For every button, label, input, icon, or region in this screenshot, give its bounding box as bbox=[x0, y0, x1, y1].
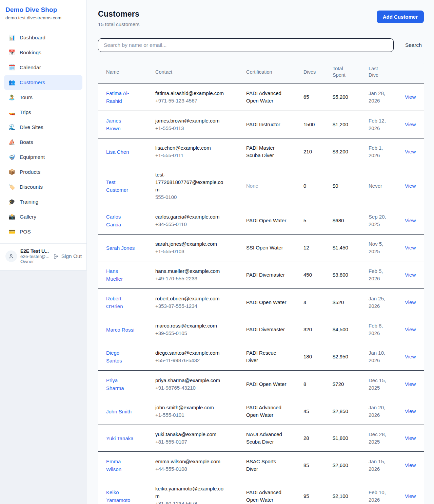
customer-name-link[interactable]: Yuki Tanaka bbox=[106, 434, 134, 442]
customer-phone: +353-87-555-1234 bbox=[155, 302, 243, 310]
view-customer-link[interactable]: View bbox=[405, 94, 416, 100]
customer-total-spent: $3,800 bbox=[333, 261, 369, 289]
trips-icon: 🚤 bbox=[8, 108, 16, 116]
sidebar-item-equipment[interactable]: 🤿 Equipment bbox=[4, 150, 82, 165]
view-customer-link[interactable]: View bbox=[405, 122, 416, 127]
customer-name-link[interactable]: Robert O'Brien bbox=[106, 295, 135, 310]
customer-name-link[interactable]: Priya Sharma bbox=[106, 376, 135, 392]
sidebar-item-dive-sites[interactable]: 🌊 Dive Sites bbox=[4, 120, 82, 135]
view-customer-link[interactable]: View bbox=[405, 326, 416, 332]
gallery-icon: 📸 bbox=[8, 213, 16, 221]
sidebar-item-calendar[interactable]: 🗓️ Calendar bbox=[4, 60, 82, 75]
sidebar-item-discounts[interactable]: 🏷️ Discounts bbox=[4, 180, 82, 194]
customer-certification: NAUI Advanced Scuba Diver bbox=[246, 431, 287, 446]
customer-phone: +1-555-0101 bbox=[155, 411, 243, 419]
search-input[interactable] bbox=[98, 38, 394, 52]
sidebar: Demo Dive Shop demo.test.divestreams.com… bbox=[0, 0, 87, 270]
search-button[interactable]: Search bbox=[400, 39, 424, 51]
customer-name-link[interactable]: Hans Mueller bbox=[106, 267, 135, 283]
sidebar-item-dashboard[interactable]: 📊 Dashboard bbox=[4, 30, 82, 45]
customer-name-link[interactable]: James Brown bbox=[106, 117, 135, 132]
table-row: Keiko Yamamoto keiko.yamamoto@example.co… bbox=[98, 479, 424, 504]
customer-count: 15 total customers bbox=[98, 21, 140, 27]
view-customer-link[interactable]: View bbox=[405, 462, 416, 468]
view-customer-link[interactable]: View bbox=[405, 381, 416, 387]
view-customer-link[interactable]: View bbox=[405, 354, 416, 359]
view-customer-link[interactable]: View bbox=[405, 149, 416, 154]
sidebar-item-customers[interactable]: 👥 Customers bbox=[4, 75, 82, 90]
view-customer-link[interactable]: View bbox=[405, 245, 416, 250]
customer-phone: +39-555-0105 bbox=[155, 330, 243, 337]
customer-total-spent: $2,100 bbox=[333, 479, 369, 504]
sidebar-item-training[interactable]: 🎓 Training bbox=[4, 194, 82, 209]
customer-phone: +34-555-0110 bbox=[155, 221, 243, 228]
sidebar-item-pos[interactable]: 💳 POS bbox=[4, 224, 82, 239]
customer-name-link[interactable]: Carlos Garcia bbox=[106, 213, 135, 228]
customer-email: sarah.jones@example.com bbox=[155, 240, 225, 248]
customer-last-dive: Dec 15, 2025 bbox=[369, 377, 388, 392]
customer-name-link[interactable]: Diego Santos bbox=[106, 349, 135, 365]
customer-name-link[interactable]: Fatima Al-Rashid bbox=[106, 89, 135, 105]
page-header-text: Customers 15 total customers bbox=[98, 10, 140, 27]
shop-name[interactable]: Demo Dive Shop bbox=[5, 6, 81, 14]
view-customer-link[interactable]: View bbox=[405, 408, 416, 414]
sign-out-button[interactable]: Sign Out bbox=[53, 253, 82, 259]
user-meta: E2E Test U... e2e-tester@... Owner bbox=[20, 248, 50, 264]
customer-name-link[interactable]: Test Customer bbox=[106, 178, 135, 194]
column-header-total-spent: Total Spent bbox=[333, 61, 369, 83]
customer-certification: PADI Divemaster bbox=[246, 326, 285, 333]
view-customer-link[interactable]: View bbox=[405, 272, 416, 278]
view-customer-link[interactable]: View bbox=[405, 435, 416, 441]
customer-phone: +55-11-99876-5432 bbox=[155, 357, 243, 364]
tours-icon: 🏝️ bbox=[8, 93, 16, 101]
view-customer-link[interactable]: View bbox=[405, 299, 416, 305]
logout-icon bbox=[53, 253, 59, 259]
calendar-icon: 🗓️ bbox=[8, 63, 16, 72]
customer-total-spent: $4,500 bbox=[333, 316, 369, 343]
view-customer-link[interactable]: View bbox=[405, 493, 416, 499]
customer-phone: +1-555-0103 bbox=[155, 248, 243, 255]
customer-dives: 1500 bbox=[303, 111, 333, 138]
customer-dives: 65 bbox=[303, 83, 333, 111]
customer-name-link[interactable]: Marco Rossi bbox=[106, 326, 134, 334]
view-customer-link[interactable]: View bbox=[405, 218, 416, 223]
sidebar-item-products[interactable]: 📦 Products bbox=[4, 165, 82, 180]
training-icon: 🎓 bbox=[8, 198, 16, 206]
table-row: Diego Santos diego.santos@example.com +5… bbox=[98, 343, 424, 371]
customer-phone: +1-555-0113 bbox=[155, 125, 243, 132]
sidebar-item-tours[interactable]: 🏝️ Tours bbox=[4, 90, 82, 105]
customer-last-dive: Feb 12, 2026 bbox=[369, 117, 388, 132]
page-header: Customers 15 total customers Add Custome… bbox=[98, 10, 424, 27]
table-row: Test Customer test-1772681807767@example… bbox=[98, 165, 424, 207]
sidebar-item-gallery[interactable]: 📸 Gallery bbox=[4, 209, 82, 224]
customer-email: priya.sharma@example.com bbox=[155, 377, 225, 384]
customer-email: john.smith@example.com bbox=[155, 404, 225, 411]
customer-certification: PADI Open Water bbox=[246, 380, 286, 388]
customer-name-link[interactable]: Sarah Jones bbox=[106, 244, 135, 252]
customer-phone: +1-555-0111 bbox=[155, 152, 243, 159]
customer-email: diego.santos@example.com bbox=[155, 349, 225, 357]
table-row: John Smith john.smith@example.com +1-555… bbox=[98, 398, 424, 425]
view-customer-link[interactable]: View bbox=[405, 183, 416, 189]
customers-table: NameContactCertificationDivesTotal Spent… bbox=[98, 61, 424, 504]
customer-name-link[interactable]: Emma Wilson bbox=[106, 458, 135, 473]
customer-last-dive: Jan 20, 2026 bbox=[369, 404, 388, 419]
customer-last-dive: Jan 28, 2026 bbox=[369, 90, 388, 105]
sidebar-item-boats[interactable]: ⛵ Boats bbox=[4, 135, 82, 150]
customer-name-link[interactable]: Lisa Chen bbox=[106, 148, 129, 156]
customer-name-link[interactable]: Keiko Yamamoto bbox=[106, 488, 135, 504]
customer-dives: 8 bbox=[303, 371, 333, 398]
dashboard-icon: 📊 bbox=[8, 34, 16, 42]
sidebar-column: Demo Dive Shop demo.test.divestreams.com… bbox=[0, 0, 87, 504]
user-icon bbox=[8, 253, 14, 259]
sidebar-item-bookings[interactable]: 📅 Bookings bbox=[4, 45, 82, 60]
customer-total-spent: $2,950 bbox=[333, 343, 369, 371]
customer-last-dive: Dec 28, 2025 bbox=[369, 431, 388, 446]
sidebar-item-trips[interactable]: 🚤 Trips bbox=[4, 105, 82, 120]
customer-dives: 0 bbox=[303, 165, 333, 207]
add-customer-button[interactable]: Add Customer bbox=[377, 11, 424, 23]
customer-email: yuki.tanaka@example.com bbox=[155, 431, 225, 438]
column-header-last-dive: Last Dive bbox=[369, 61, 405, 83]
customer-last-dive: Jan 25, 2026 bbox=[369, 295, 388, 310]
customer-name-link[interactable]: John Smith bbox=[106, 408, 132, 415]
